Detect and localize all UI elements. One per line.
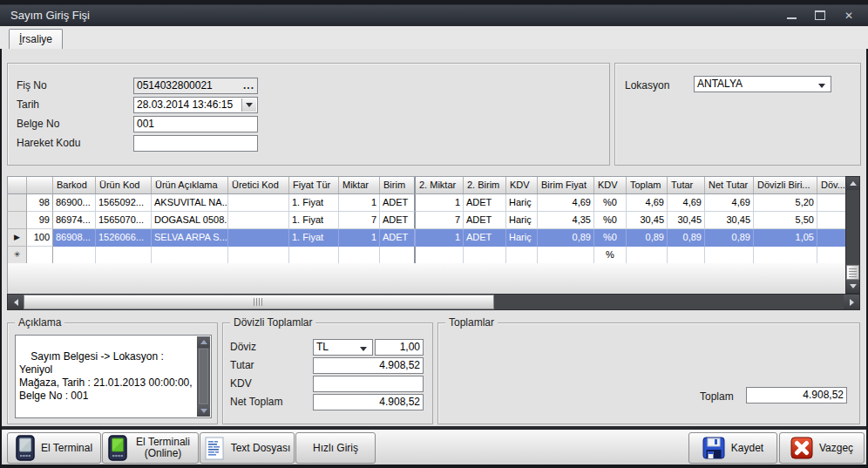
grid-cell[interactable] (754, 247, 817, 263)
grid-cell[interactable]: 0,89 (705, 229, 754, 247)
grid-row[interactable]: ▶10086908...1526066...SELVA ARPA S...1. … (8, 229, 845, 247)
grid-cell[interactable] (506, 247, 538, 263)
grid-col-header[interactable]: Dövizli Biri... (754, 177, 817, 193)
belge-no-field[interactable]: 001 (133, 116, 258, 132)
lokasyon-combo[interactable]: ANTALYA (694, 76, 831, 92)
grid-cell[interactable] (53, 247, 96, 263)
grid-cell[interactable]: 4,69 (668, 194, 705, 212)
grid-cell[interactable] (705, 247, 754, 263)
grid-cell[interactable]: 1526066... (96, 229, 152, 247)
grid-cell[interactable]: 98 (27, 194, 53, 212)
grid-cell[interactable] (228, 212, 289, 229)
grid-cell[interactable] (817, 212, 845, 229)
grid-cell[interactable]: 100 (27, 229, 53, 247)
grid-cell[interactable]: 30,45 (705, 212, 754, 229)
grid-cell[interactable] (228, 194, 289, 212)
grid-cell[interactable]: Hariç (506, 229, 538, 247)
grid-cell[interactable] (817, 247, 845, 263)
grid-cell[interactable]: % (594, 247, 627, 263)
grid-cell[interactable]: 4,69 (538, 194, 594, 212)
grid-cell[interactable]: 1. Fiyat (289, 194, 339, 212)
grid-cell[interactable]: Hariç (506, 212, 538, 229)
grid-row[interactable]: 9886900...1565092...AKSUVITAL NA...1. Fi… (8, 194, 845, 212)
grid-cell[interactable]: AKSUVITAL NA... (152, 194, 228, 212)
grid-cell[interactable]: %0 (594, 229, 627, 247)
grid-cell[interactable] (339, 247, 380, 263)
grid-col-header[interactable]: KDV (594, 177, 627, 193)
vertical-scroll-thumb[interactable] (199, 349, 208, 404)
grid-cell[interactable]: 1. Fiyat (289, 229, 339, 247)
grid-cell[interactable] (27, 247, 53, 263)
grid-cell[interactable] (817, 229, 845, 247)
grid-cell[interactable]: 30,45 (668, 212, 705, 229)
scroll-up-button[interactable] (197, 336, 210, 348)
grid-cell[interactable] (464, 247, 506, 263)
grid-cell[interactable]: ADET (380, 212, 416, 229)
grid-cell[interactable]: 1. Fiyat (289, 212, 339, 229)
tarih-dropdown-button[interactable] (241, 98, 256, 112)
grid-cell[interactable]: Hariç (506, 194, 538, 212)
grid-cell[interactable] (380, 247, 416, 263)
grid-cell[interactable]: SELVA ARPA S... (152, 229, 228, 247)
grid-cell[interactable]: 7 (416, 212, 464, 229)
grid-cell[interactable] (416, 247, 464, 263)
grid-cell[interactable]: 5,50 (754, 212, 817, 229)
grid-cell[interactable]: DOGASAL 0508... (152, 212, 228, 229)
grid-cell[interactable]: ADET (380, 194, 416, 212)
grid-col-header[interactable]: Net Tutar (705, 177, 754, 193)
maximize-button[interactable] (810, 7, 831, 24)
close-button[interactable]: ✕ (838, 7, 859, 24)
vertical-scroll-thumb[interactable] (846, 265, 859, 280)
grid-horizontal-scrollbar[interactable] (7, 294, 860, 310)
grid-cell[interactable]: 0,89 (668, 229, 705, 247)
grid-col-header[interactable] (27, 177, 53, 193)
row-indicator-cell[interactable]: ✳ (8, 247, 27, 263)
grid-cell[interactable] (668, 247, 705, 263)
grid-col-header[interactable]: Birim (380, 177, 416, 193)
grid-col-header[interactable]: Toplam (627, 177, 668, 193)
aciklama-scrollbar[interactable] (197, 336, 210, 417)
grid-cell[interactable]: ADET (464, 229, 506, 247)
grid-col-header[interactable]: Fiyat Tür (289, 177, 339, 193)
scroll-down-button[interactable] (197, 405, 210, 417)
grid-cell[interactable] (228, 229, 289, 247)
el-terminal-online-button[interactable]: El Terminali (Online) (102, 432, 199, 464)
grid-cell[interactable]: 1565070... (96, 212, 152, 229)
grid-cell[interactable]: 1 (339, 194, 380, 212)
grid-row[interactable]: 9986974...1565070...DOGASAL 0508...1. Fi… (8, 212, 845, 229)
grid-cell[interactable]: 86900... (53, 194, 96, 212)
kaydet-button[interactable]: Kaydet (688, 432, 777, 464)
kdv-field[interactable] (313, 376, 424, 392)
grid-cell[interactable]: ADET (380, 229, 416, 247)
grid-vertical-scrollbar[interactable] (845, 176, 860, 294)
grid-cell[interactable]: 4,35 (538, 212, 594, 229)
fis-no-field[interactable]: ... 0514032800021 (133, 78, 258, 94)
grid-cell[interactable] (538, 247, 594, 263)
grid-cell[interactable] (228, 247, 289, 263)
grid-col-header[interactable]: 2. Miktar (416, 177, 464, 193)
vazgec-button[interactable]: Vazgeç (779, 432, 865, 464)
grid-col-header[interactable]: Ürün Açıklama (152, 177, 228, 193)
tarih-field[interactable]: 28.03.2014 13:46:15 (133, 97, 258, 113)
grid-col-header[interactable]: Birim Fiyat (538, 177, 594, 193)
scroll-up-button[interactable] (846, 177, 859, 190)
grid-cell[interactable] (817, 194, 845, 212)
el-terminal-button[interactable]: El Terminal (7, 432, 101, 464)
grid-cell[interactable] (96, 247, 152, 263)
grid-cell[interactable]: ADET (464, 212, 506, 229)
grid-cell[interactable] (289, 247, 339, 263)
grid-cell[interactable]: 7 (339, 212, 380, 229)
scroll-right-button[interactable] (844, 295, 859, 309)
scroll-left-button[interactable] (8, 295, 24, 309)
grid-cell[interactable]: 4,69 (627, 194, 668, 212)
grid-col-header[interactable]: Miktar (339, 177, 380, 193)
grid-cell[interactable]: 0,89 (538, 229, 594, 247)
tab-irsaliye[interactable]: İrsaliye (9, 29, 63, 49)
tutar-field[interactable]: 4.908,52 (313, 357, 424, 374)
minimize-button[interactable] (781, 7, 802, 24)
doviz-rate-field[interactable]: 1,00 (375, 339, 424, 356)
grid-row[interactable]: ✳% (8, 247, 845, 263)
grid-cell[interactable]: %0 (594, 194, 627, 212)
grid-col-header[interactable]: Döv... (817, 177, 845, 193)
grid-cell[interactable]: 1 (339, 229, 380, 247)
